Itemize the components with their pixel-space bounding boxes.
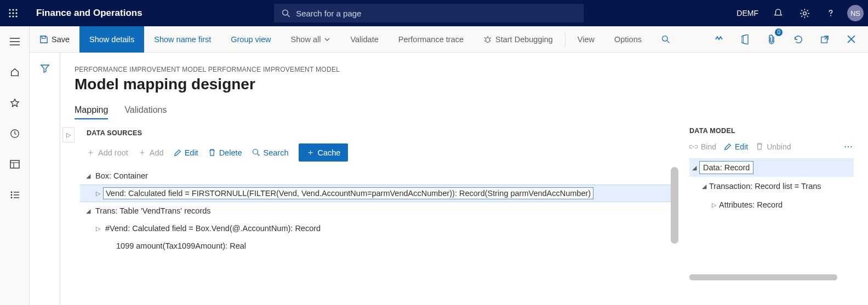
hamburger-icon[interactable] (4, 33, 26, 50)
svg-point-11 (803, 11, 806, 15)
home-icon[interactable] (4, 64, 26, 81)
favorites-icon[interactable] (4, 94, 26, 112)
actionbar-search-button[interactable] (652, 26, 680, 53)
add-root-button[interactable]: ＋Add root (87, 147, 128, 158)
tree-node-amount[interactable]: 1099 amount(Tax1099Amount): Real (80, 237, 671, 255)
options-menu[interactable]: Options (604, 26, 652, 53)
global-search[interactable] (274, 4, 584, 22)
help-icon[interactable] (819, 0, 843, 26)
tab-mapping[interactable]: Mapping (75, 105, 108, 119)
svg-line-21 (667, 41, 669, 43)
settings-icon[interactable] (792, 0, 816, 26)
delete-label: Delete (219, 148, 242, 157)
global-search-input[interactable] (296, 9, 576, 18)
separator (565, 32, 566, 47)
company-label[interactable]: DEMF (731, 9, 764, 18)
show-details-button[interactable]: Show details (79, 26, 144, 53)
link-icon (689, 143, 698, 150)
workspaces-icon[interactable] (4, 156, 26, 173)
validate-button[interactable]: Validate (340, 26, 388, 53)
svg-point-6 (9, 15, 10, 17)
app-launcher-icon[interactable] (0, 0, 26, 26)
svg-point-0 (9, 9, 10, 10)
cache-button[interactable]: ＋Cache (299, 143, 349, 162)
options-label: Options (614, 35, 642, 44)
edit-button[interactable]: Edit (174, 148, 198, 157)
refresh-icon[interactable] (789, 31, 808, 48)
close-icon[interactable] (842, 31, 860, 48)
trash-icon (208, 148, 216, 157)
show-name-first-button[interactable]: Show name first (144, 26, 221, 53)
attach-icon[interactable]: 0 (763, 31, 781, 48)
page-title: Model mapping designer (75, 76, 854, 93)
svg-rect-14 (10, 160, 19, 168)
plus-icon: ＋ (87, 147, 95, 158)
tree-node-hashvend[interactable]: ▷#Vend: Calculated field = Box.Vend(@.Ac… (80, 220, 671, 237)
action-bar: Save Show details Show name first Group … (0, 26, 868, 53)
show-all-dropdown[interactable]: Show all (281, 26, 341, 53)
office-icon[interactable] (736, 31, 755, 48)
dm-node-attributes[interactable]: ▷Attributes: Record (689, 195, 854, 214)
scrollbar-vertical[interactable] (671, 167, 678, 244)
tree-node-label: #Vend: Calculated field = Box.Vend(@.Acc… (103, 223, 323, 234)
filter-icon[interactable] (40, 64, 50, 305)
breadcrumb: PERFORMANCE IMPROVEMENT MODEL PERFORMANC… (75, 66, 854, 73)
svg-point-8 (15, 15, 17, 17)
notifications-icon[interactable] (766, 0, 790, 26)
add-button[interactable]: ＋Add (138, 147, 164, 158)
data-sources-toolbar: ＋Add root ＋Add Edit Delete Search ＋Cache (75, 137, 671, 167)
data-model-toolbar: Bind Edit Unbind ⋯ (689, 135, 854, 158)
start-debugging-button[interactable]: Start Debugging (473, 26, 563, 53)
svg-point-2 (15, 9, 17, 10)
user-avatar[interactable]: NS (847, 5, 864, 21)
modules-icon[interactable] (4, 186, 26, 204)
unbind-button[interactable]: Unbind (756, 142, 791, 151)
performance-trace-button[interactable]: Performance trace (389, 26, 473, 53)
svg-line-24 (257, 154, 259, 156)
cache-label: Cache (318, 148, 341, 157)
attach-badge: 0 (775, 28, 783, 36)
personalize-icon[interactable] (710, 31, 729, 48)
validate-label: Validate (350, 35, 378, 44)
tree-node-trans[interactable]: ◢Trans: Table 'VendTrans' records (80, 202, 671, 220)
pencil-icon (724, 143, 732, 151)
plus-icon: ＋ (138, 147, 146, 158)
svg-point-17 (10, 197, 12, 199)
tab-validations[interactable]: Validations (124, 105, 167, 119)
caret-right-icon: ▷ (93, 225, 103, 232)
svg-point-7 (12, 15, 14, 17)
unbind-label: Unbind (767, 142, 791, 151)
recent-icon[interactable] (4, 125, 26, 142)
bind-button[interactable]: Bind (689, 142, 716, 151)
view-label: View (578, 35, 595, 44)
caret-right-icon: ▷ (709, 202, 719, 209)
ds-search-button[interactable]: Search (252, 148, 289, 157)
main-panel: PERFORMANCE IMPROVEMENT MODEL PERFORMANC… (60, 53, 868, 305)
data-model-pane: DATA MODEL Bind Edit Unbind ⋯ ◢Data: Rec… (689, 127, 854, 280)
popout-icon[interactable] (815, 31, 834, 48)
group-view-button[interactable]: Group view (221, 26, 281, 53)
tree-node-vend[interactable]: ▷Vend: Calculated field = FIRSTORNULL(FI… (80, 185, 671, 202)
dm-node-data[interactable]: ◢Data: Record (689, 158, 854, 177)
start-debugging-label: Start Debugging (495, 35, 553, 44)
save-button[interactable]: Save (30, 26, 79, 53)
view-menu[interactable]: View (568, 26, 604, 53)
caret-down-icon: ◢ (83, 172, 93, 180)
dm-node-transaction[interactable]: ◢Transaction: Record list = Trans (689, 177, 854, 195)
delete-button[interactable]: Delete (208, 148, 242, 157)
app-title: Finance and Operations (26, 8, 142, 19)
save-label: Save (52, 35, 70, 44)
tree-node-label: Trans: Table 'VendTrans' records (93, 205, 213, 216)
collapse-handle-left[interactable]: ▷ (62, 127, 75, 142)
dm-edit-label: Edit (735, 142, 748, 151)
bind-label: Bind (701, 142, 716, 151)
scrollbar-horizontal[interactable] (689, 274, 837, 280)
show-name-first-label: Show name first (154, 35, 211, 44)
chevron-down-icon (324, 36, 330, 43)
trash-icon (756, 142, 763, 151)
group-view-label: Group view (231, 35, 271, 44)
more-actions-icon[interactable]: ⋯ (844, 141, 854, 152)
edit-label: Edit (185, 148, 198, 157)
tree-node-box[interactable]: ◢Box: Container (80, 167, 671, 185)
dm-edit-button[interactable]: Edit (724, 142, 748, 151)
